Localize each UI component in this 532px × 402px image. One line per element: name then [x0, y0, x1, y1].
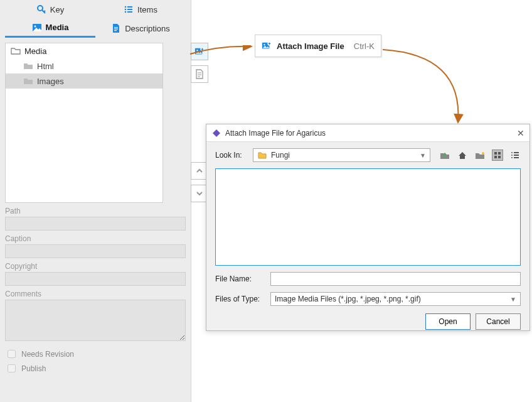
caption-label: Caption — [5, 234, 186, 243]
attach-tooltip-label: Attach Image File — [277, 41, 349, 51]
media-panel: Key Items Media Descriptions — [0, 0, 191, 402]
folder-icon — [257, 150, 267, 160]
lookin-combo[interactable]: Fungi ▼ — [253, 148, 430, 162]
tree-label-html: Html — [37, 62, 54, 71]
open-label: Open — [439, 317, 457, 326]
tab-media[interactable]: Media — [5, 19, 95, 38]
tree-label-images: Images — [37, 77, 64, 86]
svg-rect-18 — [494, 152, 497, 155]
folder-open-icon — [11, 46, 21, 56]
path-input — [5, 217, 186, 231]
filetype-value: Image Media Files (*.jpg, *.jpeg, *.png,… — [275, 295, 506, 303]
svg-point-22 — [511, 152, 513, 153]
new-folder-button[interactable] — [474, 149, 486, 161]
attach-image-button[interactable] — [191, 43, 208, 60]
dialog-buttons: Open Cancel — [206, 306, 529, 330]
svg-point-16 — [263, 44, 265, 45]
app-icon — [211, 128, 221, 138]
cancel-label: Cancel — [486, 317, 509, 326]
home-icon — [458, 151, 467, 160]
attach-tooltip-shortcut: Ctrl-K — [354, 41, 375, 51]
svg-point-2 — [125, 9, 127, 11]
svg-rect-25 — [514, 152, 519, 153]
attach-tooltip[interactable]: Attach Image File Ctrl-K — [255, 35, 381, 57]
tree-item-media[interactable]: Media — [6, 43, 162, 58]
list-icon — [124, 4, 134, 14]
filetype-label: Files of Type: — [215, 295, 265, 303]
svg-point-13 — [196, 50, 198, 51]
tab-descriptions[interactable]: Descriptions — [95, 19, 186, 38]
image-icon — [32, 23, 42, 33]
svg-rect-10 — [114, 29, 118, 30]
lookin-value: Fungi — [271, 151, 416, 160]
cancel-button[interactable]: Cancel — [476, 313, 521, 330]
view-grid-button[interactable] — [492, 149, 503, 161]
dialog-body: Look In: Fungi ▼ — [206, 142, 529, 306]
tab-key[interactable]: Key — [5, 0, 95, 19]
needs-revision-label: Needs Revision — [21, 350, 74, 359]
publish-checkbox[interactable]: Publish — [5, 362, 186, 374]
tree-item-images[interactable]: Images — [6, 73, 162, 89]
checks: Needs Revision Publish — [5, 348, 186, 374]
svg-point-3 — [125, 11, 127, 13]
folder-up-icon — [440, 150, 450, 160]
list-icon — [511, 151, 519, 160]
folder-icon — [23, 61, 33, 71]
tree-item-html[interactable]: Html — [6, 58, 162, 73]
grid-icon — [494, 151, 501, 159]
document-icon — [111, 23, 121, 33]
arrow-graphic — [381, 48, 469, 125]
tab-descriptions-label: Descriptions — [125, 24, 170, 33]
publish-input[interactable] — [8, 364, 16, 372]
document-button[interactable] — [191, 65, 208, 83]
svg-rect-11 — [114, 30, 117, 31]
view-list-button[interactable] — [509, 149, 521, 161]
filename-row: File Name: — [215, 272, 521, 286]
close-button[interactable]: ✕ — [517, 128, 524, 138]
tree-wrap: Media Html Images — [5, 43, 186, 203]
tab-media-label: Media — [46, 23, 69, 32]
file-list-area[interactable] — [215, 168, 521, 266]
file-toolbar — [439, 149, 521, 161]
tabs-row-2: Media Descriptions — [0, 19, 191, 38]
tree-label-media: Media — [24, 46, 46, 56]
home-button[interactable] — [457, 149, 468, 161]
close-icon: ✕ — [517, 128, 524, 138]
caption-field-block: Caption — [5, 234, 186, 258]
file-dialog: Attach Image File for Agaricus ✕ Look In… — [206, 124, 530, 331]
comments-label: Comments — [5, 290, 186, 298]
svg-point-24 — [511, 157, 513, 158]
copyright-input — [5, 272, 186, 286]
path-label: Path — [5, 207, 186, 215]
tab-key-label: Key — [50, 5, 64, 14]
svg-point-1 — [125, 6, 127, 8]
lookin-label: Look In: — [215, 151, 248, 160]
path-field-block: Path — [5, 207, 186, 231]
comments-input — [5, 300, 186, 341]
open-button[interactable]: Open — [425, 313, 471, 330]
comments-field-block: Comments — [5, 290, 186, 343]
dialog-titlebar: Attach Image File for Agaricus ✕ — [206, 124, 529, 142]
caption-input — [5, 244, 186, 258]
svg-rect-19 — [498, 152, 501, 155]
tab-items[interactable]: Items — [95, 0, 186, 19]
filetype-combo[interactable]: Image Media Files (*.jpg, *.jpeg, *.png,… — [270, 292, 521, 306]
key-icon — [36, 4, 46, 14]
svg-rect-20 — [494, 156, 497, 158]
needs-revision-checkbox[interactable]: Needs Revision — [5, 348, 186, 360]
document-icon — [194, 69, 205, 79]
needs-revision-input[interactable] — [8, 350, 16, 358]
media-tree[interactable]: Media Html Images — [5, 43, 163, 203]
svg-point-0 — [38, 6, 43, 11]
tab-items-label: Items — [137, 5, 157, 14]
copyright-field-block: Copyright — [5, 262, 186, 286]
up-folder-button[interactable] — [439, 149, 450, 161]
publish-label: Publish — [21, 364, 46, 373]
tabs-row-1: Key Items — [0, 0, 191, 19]
filetype-row: Files of Type: Image Media Files (*.jpg,… — [215, 292, 521, 306]
add-image-icon — [194, 46, 205, 57]
copyright-label: Copyright — [5, 262, 186, 271]
svg-rect-5 — [127, 9, 132, 10]
chevron-down-icon — [194, 188, 205, 198]
filename-input[interactable] — [270, 272, 521, 286]
